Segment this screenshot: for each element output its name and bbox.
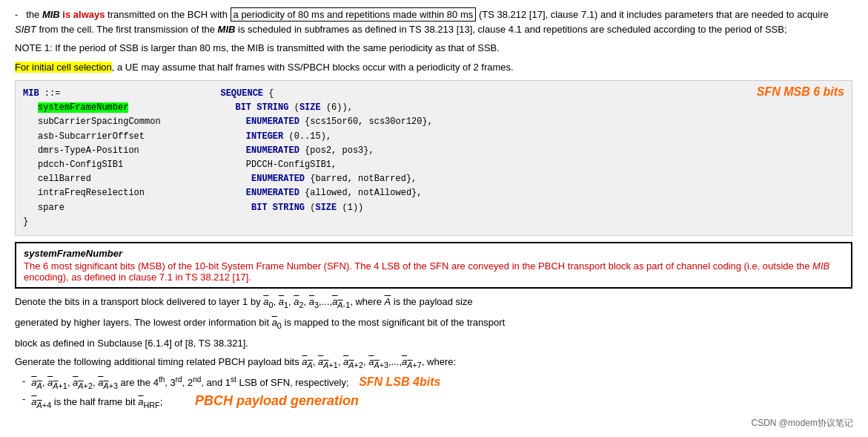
watermark: CSDN @modem协议笔记: [751, 417, 853, 430]
mib-label-1: MIB: [42, 9, 60, 20]
transport-block-para2: generated by higher layers. The lowest o…: [15, 315, 852, 332]
transport-block-para3: block as defined in Subclause [6.1.4] of…: [15, 336, 852, 351]
bullet-item-1: - aA, aA+1, aA+2, aA+3 are the 4th, 3rd,…: [15, 375, 852, 390]
initial-selection-rest: , a UE may assume that half frames with …: [112, 62, 514, 73]
bullet-dash-b2: -: [22, 393, 25, 404]
periodicity-boxed: a periodicity of 80 ms and repetitions m…: [231, 7, 477, 22]
code-line-intra: intraFreqReselection ENUMERATED {allowed…: [23, 186, 844, 200]
sfn-msb-annotation: SFN MSB 6 bits: [757, 82, 844, 102]
code-line-pdcch: pdcch-ConfigSIB1 PDCCH-ConfigSIB1,: [23, 158, 844, 172]
code-line-close: }: [23, 215, 844, 229]
pbch-payload-annotation: PBCH payload generation: [195, 393, 359, 409]
mib-code-block: SFN MSB 6 bits MIB ::= SEQUENCE { system…: [15, 80, 852, 236]
code-line-mib: MIB ::= SEQUENCE {: [23, 87, 844, 101]
initial-selection-para: For initial cell selection, a UE may ass…: [15, 60, 852, 75]
bullet1-content: aA, aA+1, aA+2, aA+3 are the 4th, 3rd, 2…: [31, 375, 440, 390]
note1: NOTE 1: If the period of SSB is larger t…: [15, 41, 852, 56]
code-line-spare: spare BIT STRING (SIZE (1)): [23, 201, 844, 215]
code-line-sfn: systemFrameNumber BIT STRING (SIZE (6)),: [23, 101, 844, 115]
bullet-item-2: - aA+4 is the half frame bit aHRF; PBCH …: [15, 393, 852, 410]
system-frame-number-info: systemFrameNumber The 6 most significant…: [15, 242, 852, 289]
transport-block-para1: Denote the bits in a transport block del…: [15, 295, 852, 311]
info-box-body: The 6 most significant bits (MSB) of the…: [24, 260, 844, 283]
info-box-title: systemFrameNumber: [24, 248, 844, 259]
bullet-dash-b1: -: [22, 375, 25, 387]
mib-paragraph: - the MIB is always transmitted on the B…: [15, 7, 852, 36]
bullet2-content: aA+4 is the half frame bit aHRF; PBCH pa…: [31, 393, 359, 410]
code-line-scs: subCarrierSpacingCommon ENUMERATED {scs1…: [23, 115, 844, 129]
code-line-dmrs: dmrs-TypeA-Position ENUMERATED {pos2, po…: [23, 144, 844, 158]
bullet-dash-1: -: [15, 9, 18, 20]
is-always-text: is always: [62, 9, 105, 20]
sfn-lsb-annotation: SFN LSB 4bits: [359, 375, 440, 388]
generate-para: Generate the following additional timing…: [15, 355, 852, 371]
transmitted-text: transmitted on the BCH with: [107, 9, 230, 20]
initial-selection-highlight: For initial cell selection: [15, 62, 112, 73]
code-line-asb: asb-SubcarrierOffset INTEGER (0..15),: [23, 130, 844, 144]
main-content: - the MIB is always transmitted on the B…: [15, 7, 852, 409]
code-line-cellbarred: cellBarred ENUMERATED {barred, notBarred…: [23, 172, 844, 186]
